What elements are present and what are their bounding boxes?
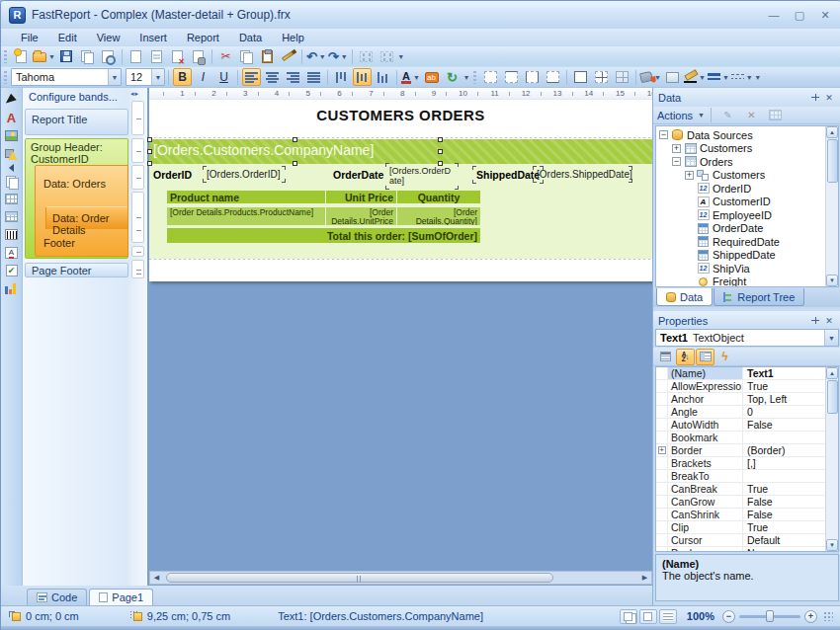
band-page-footer[interactable]: Page Footer — [25, 263, 128, 277]
page-footer-band[interactable] — [149, 261, 652, 279]
border-sides-button[interactable] — [523, 68, 542, 86]
unit-price-data-cell[interactable]: [Order Details.UnitPrice] — [326, 207, 396, 225]
border-all-button[interactable] — [481, 68, 500, 86]
selection-handle[interactable] — [147, 137, 152, 142]
property-row[interactable]: Brackets[,] — [656, 457, 825, 470]
property-row[interactable]: BreakTo — [656, 470, 825, 483]
band-report-title[interactable]: Report Title — [25, 109, 128, 135]
pin-icon[interactable] — [808, 314, 822, 327]
order-id-expression[interactable]: [Orders.OrderID] — [207, 169, 282, 180]
property-row[interactable]: DockNone — [656, 547, 825, 551]
edit-datasource-button[interactable]: ✎ — [718, 107, 737, 124]
menu-edit[interactable]: Edit — [48, 30, 87, 45]
group-button[interactable] — [357, 47, 376, 65]
design-canvas[interactable]: 1 2 3 4 5 6 7 8 9 10 11 12 13 14 15 16 C… — [147, 88, 652, 586]
delete-page-button[interactable] — [168, 47, 187, 65]
property-grid-scrollbar[interactable]: ▲ ▼ — [825, 367, 838, 551]
chevron-down-icon[interactable]: ▼ — [698, 112, 705, 118]
order-id-label[interactable]: OrderID — [153, 169, 192, 181]
align-right-button[interactable] — [284, 68, 302, 86]
menu-insert[interactable]: Insert — [129, 30, 177, 45]
chevron-down-icon[interactable]: ▼ — [824, 330, 838, 346]
save-button[interactable] — [57, 47, 76, 65]
company-name-text-object[interactable]: [Orders.Customers.CompanyName] — [149, 139, 652, 158]
view-data-button[interactable] — [766, 107, 785, 124]
shipped-date-expression[interactable]: [Orders.ShippedDate] — [537, 169, 629, 180]
view-single-page-button[interactable] — [639, 609, 657, 624]
order-date-expression[interactable]: [Orders.OrderDate] — [389, 166, 455, 187]
scroll-up-arrow-icon[interactable]: ▲ — [826, 367, 838, 379]
redo-button[interactable]: ↷▼ — [328, 47, 348, 65]
report-title-text[interactable]: CUSTOMERS ORDERS — [149, 107, 652, 123]
select-tool-button[interactable] — [3, 92, 21, 109]
group-header-band[interactable]: [Orders.Customers.CompanyName] — [149, 139, 652, 164]
toolbar-overflow-button[interactable]: ▾ — [756, 73, 760, 82]
property-row-border[interactable]: Border(Border) — [656, 444, 825, 457]
zoom-slider-thumb[interactable] — [766, 610, 774, 622]
configure-bands-link[interactable]: Configure bands... — [23, 88, 129, 106]
italic-button[interactable]: I — [194, 68, 212, 86]
property-row[interactable]: CanBreakTrue — [656, 483, 825, 496]
undo-button[interactable]: ↶▼ — [306, 47, 326, 65]
property-row[interactable]: (Name)Text1 — [656, 367, 825, 380]
property-row[interactable]: ClipTrue — [656, 521, 825, 534]
unit-price-header-cell[interactable]: Unit Price — [326, 191, 396, 203]
property-row[interactable]: AutoWidthFalse — [656, 419, 825, 432]
valign-center-button[interactable] — [353, 68, 372, 86]
toolbar-grip[interactable] — [4, 50, 7, 63]
categorized-view-button[interactable] — [656, 349, 675, 365]
line-width-button[interactable]: ▼ — [708, 68, 729, 86]
delete-datasource-button[interactable]: ✕ — [742, 107, 761, 124]
alphabetical-view-button[interactable]: ↓ — [676, 349, 695, 365]
chart-object-button[interactable] — [3, 279, 21, 296]
align-left-button[interactable] — [242, 68, 261, 86]
property-row[interactable]: CursorDefault — [656, 534, 825, 547]
menu-file[interactable]: File — [11, 30, 48, 45]
toolbar-grip[interactable] — [473, 71, 476, 84]
property-row[interactable]: CanGrowFalse — [656, 496, 825, 509]
tree-item-employeeid[interactable]: EmployeeID — [656, 208, 825, 222]
view-continuous-button[interactable] — [659, 609, 677, 624]
pin-icon[interactable] — [808, 91, 822, 104]
frame-outer-button[interactable] — [571, 68, 590, 86]
zoom-out-button[interactable]: − — [722, 610, 735, 623]
total-footer-cell[interactable]: Total this order: [SumOfOrder] — [167, 228, 480, 243]
actions-menu-button[interactable]: Actions — [657, 110, 693, 121]
tab-code[interactable]: Code — [27, 589, 87, 605]
new-report-button[interactable] — [12, 47, 31, 65]
collapse-icon[interactable] — [672, 157, 681, 166]
matrix-object-button[interactable] — [3, 208, 21, 225]
checkbox-object-button[interactable] — [3, 262, 21, 278]
splitter-arrows-icon[interactable]: ◂▸ — [130, 90, 139, 98]
toolbar-grip[interactable] — [4, 71, 7, 84]
collapse-icon[interactable] — [659, 130, 668, 139]
data-order-details-band[interactable]: Product name Unit Price Quantity [Order … — [149, 191, 652, 260]
shapes-button[interactable] — [3, 145, 21, 162]
property-row[interactable]: CanShrinkFalse — [656, 509, 825, 521]
zoom-in-button[interactable]: + — [804, 610, 817, 623]
expand-icon[interactable] — [685, 171, 694, 180]
valign-bottom-button[interactable] — [374, 68, 392, 86]
tree-item-requireddate[interactable]: RequiredDate — [656, 235, 825, 249]
new-page-button[interactable] — [126, 47, 145, 65]
tree-item-orderdate[interactable]: OrderDate — [656, 222, 825, 236]
underline-button[interactable]: U — [214, 68, 233, 86]
scrollbar-thumb[interactable] — [166, 573, 553, 583]
selection-handle[interactable] — [147, 161, 152, 166]
scrollbar-thumb[interactable] — [827, 139, 838, 183]
resize-grip[interactable] — [823, 611, 833, 621]
font-size-combobox[interactable]: 12▼ — [126, 68, 165, 86]
collapse-button[interactable] — [3, 163, 21, 172]
barcode-object-button[interactable] — [3, 226, 21, 243]
selection-handle[interactable] — [438, 137, 443, 142]
fill-color-button[interactable]: ▼ — [640, 68, 661, 86]
subreport-object-button[interactable] — [3, 173, 21, 190]
report-page[interactable]: CUSTOMERS ORDERS [Orders.Customers.Compa… — [149, 100, 652, 281]
close-icon[interactable] — [822, 314, 836, 327]
open-button[interactable]: ▼ — [33, 47, 55, 65]
product-name-header-cell[interactable]: Product name — [167, 191, 325, 203]
report-title-band[interactable]: CUSTOMERS ORDERS — [149, 100, 652, 136]
events-button[interactable]: ϟ — [715, 349, 734, 365]
copy-page-button[interactable] — [147, 47, 166, 65]
preview-button[interactable] — [99, 47, 118, 65]
